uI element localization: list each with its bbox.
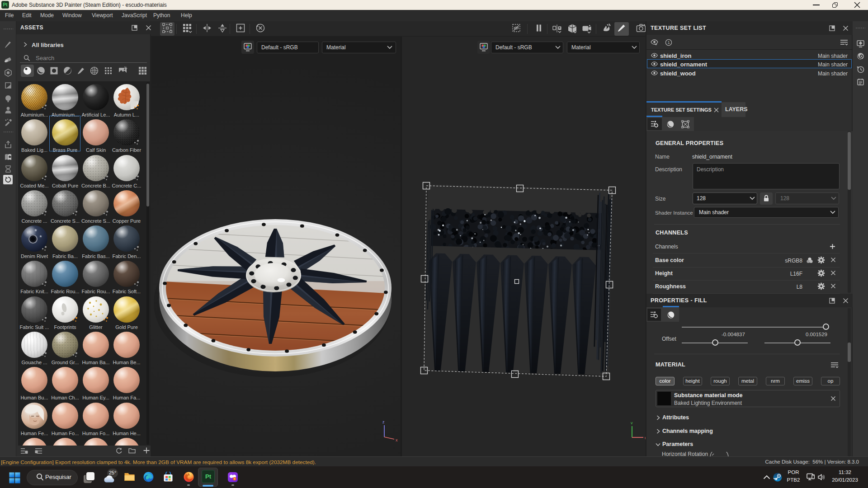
svg-text:x: x xyxy=(396,438,398,442)
svg-text:v: v xyxy=(631,421,633,425)
svg-text:z: z xyxy=(382,420,385,424)
svg-text:1: 1 xyxy=(668,40,670,45)
